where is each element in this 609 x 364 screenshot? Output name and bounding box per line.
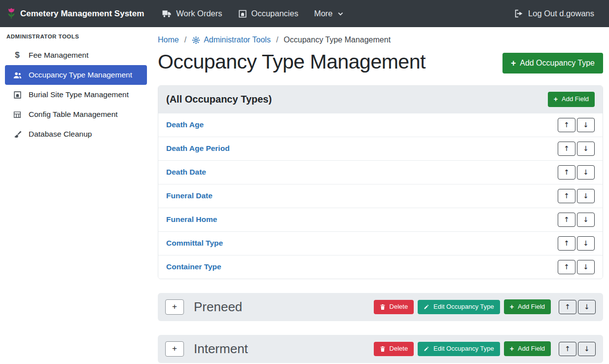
sidebar-item-label: Burial Site Type Management	[29, 90, 129, 99]
field-link[interactable]: Death Age	[166, 120, 204, 129]
all-occupancy-types-header: (All Occupancy Types) + Add Field	[158, 86, 603, 112]
logout-button[interactable]: Log Out d.gowans	[506, 0, 602, 27]
add-field-button-label: Add Field	[518, 345, 545, 353]
reorder-buttons: ↑ ↓	[558, 260, 595, 274]
edit-button-label: Edit Occupancy Type	[433, 303, 494, 311]
trash-icon	[380, 304, 386, 310]
nav-item-occupancies[interactable]: Occupancies	[230, 0, 306, 27]
nav-item-work-orders[interactable]: Work Orders	[154, 0, 230, 27]
add-occupancy-type-button[interactable]: + Add Occupancy Type	[502, 53, 603, 73]
move-down-button[interactable]: ↓	[577, 236, 595, 251]
add-occupancy-type-label: Add Occupancy Type	[520, 59, 595, 68]
chevron-down-icon	[337, 11, 344, 16]
field-row: Funeral Date ↑ ↓	[158, 184, 603, 208]
sidebar-item-fee-management[interactable]: $ Fee Management	[5, 45, 147, 65]
move-down-button[interactable]: ↓	[578, 300, 596, 314]
add-field-button[interactable]: + Add Field	[548, 92, 595, 107]
tulip-logo-icon	[7, 7, 16, 20]
move-up-button[interactable]: ↑	[558, 260, 575, 274]
nav-label: Occupancies	[251, 9, 298, 18]
nav-label: Work Orders	[176, 9, 222, 18]
move-up-button[interactable]: ↑	[559, 342, 576, 356]
brand-link[interactable]: Cemetery Management System	[7, 7, 144, 20]
breadcrumb-current: Occupancy Type Management	[284, 36, 391, 44]
move-up-button[interactable]: ↑	[558, 165, 575, 180]
move-down-button[interactable]: ↓	[577, 260, 595, 274]
reorder-buttons: ↑ ↓	[558, 189, 595, 203]
occupancy-type-title: Preneed	[194, 299, 374, 315]
breadcrumb-admin-tools-link[interactable]: Administrator Tools	[192, 36, 271, 44]
truck-icon	[162, 9, 172, 18]
breadcrumb-separator: /	[184, 36, 186, 44]
sidebar-item-label: Config Table Management	[29, 110, 118, 119]
dollar-icon: $	[12, 50, 22, 60]
broom-icon	[12, 130, 22, 139]
reorder-buttons: ↑ ↓	[559, 300, 596, 314]
sidebar-item-label: Fee Management	[29, 51, 89, 60]
nav-item-more[interactable]: More	[306, 0, 352, 27]
edit-occupancy-type-button[interactable]: Edit Occupancy Type	[418, 342, 500, 356]
panel-actions: Delete Edit Occupancy Type + Add Field ↑…	[374, 299, 596, 314]
sidebar-heading: Administrator Tools	[0, 34, 152, 45]
field-link[interactable]: Death Date	[166, 168, 206, 177]
all-occupancy-types-card: (All Occupancy Types) + Add Field Death …	[158, 85, 603, 279]
logout-icon	[514, 9, 524, 18]
reorder-buttons: ↑ ↓	[558, 165, 595, 180]
delete-button[interactable]: Delete	[374, 300, 414, 314]
edit-occupancy-type-button[interactable]: Edit Occupancy Type	[418, 300, 500, 314]
panel-actions: Delete Edit Occupancy Type + Add Field ↑…	[374, 341, 596, 356]
expand-button[interactable]: +	[165, 341, 184, 357]
field-row: Death Date ↑ ↓	[158, 160, 603, 184]
field-row: Death Age ↑ ↓	[158, 113, 603, 137]
plus-icon: +	[510, 345, 514, 353]
plus-icon: +	[554, 95, 558, 103]
move-down-button[interactable]: ↓	[578, 342, 596, 356]
delete-button-label: Delete	[390, 345, 408, 353]
pencil-icon	[424, 304, 430, 310]
sidebar-item-label: Database Cleanup	[29, 130, 92, 139]
delete-button[interactable]: Delete	[374, 342, 414, 356]
headstone-frame-icon	[12, 91, 22, 99]
field-link[interactable]: Death Age Period	[166, 144, 230, 153]
move-up-button[interactable]: ↑	[558, 189, 575, 203]
reorder-buttons: ↑ ↓	[558, 236, 595, 251]
main-content: Home / Administrator Tools / Occupancy T…	[152, 27, 609, 364]
add-field-button[interactable]: + Add Field	[504, 341, 551, 356]
field-link[interactable]: Funeral Date	[166, 191, 213, 200]
reorder-buttons: ↑ ↓	[558, 213, 595, 227]
breadcrumb-home-link[interactable]: Home	[158, 36, 179, 44]
move-down-button[interactable]: ↓	[577, 189, 595, 203]
sidebar-item-database-cleanup[interactable]: Database Cleanup	[5, 124, 147, 144]
trash-icon	[380, 346, 386, 352]
field-row: Death Age Period ↑ ↓	[158, 137, 603, 160]
users-icon	[12, 71, 22, 79]
add-field-button[interactable]: + Add Field	[504, 299, 551, 314]
reorder-buttons: ↑ ↓	[558, 142, 595, 156]
field-link[interactable]: Funeral Home	[166, 215, 217, 224]
add-field-button-label: Add Field	[518, 303, 545, 311]
move-down-button[interactable]: ↓	[577, 142, 595, 156]
sidebar-item-label: Occupancy Type Management	[29, 71, 132, 79]
move-down-button[interactable]: ↓	[577, 118, 595, 132]
move-up-button[interactable]: ↑	[558, 118, 575, 132]
expand-button[interactable]: +	[165, 299, 184, 315]
occupancy-type-panel: + Preneed Delete Edit Occupancy Type	[158, 293, 603, 321]
move-up-button[interactable]: ↑	[558, 213, 575, 227]
move-up-button[interactable]: ↑	[558, 236, 575, 251]
move-up-button[interactable]: ↑	[559, 300, 576, 314]
move-down-button[interactable]: ↓	[577, 165, 595, 180]
move-down-button[interactable]: ↓	[577, 213, 595, 227]
top-navbar: Cemetery Management System Work Orders O…	[0, 0, 609, 27]
breadcrumb-label: Administrator Tools	[204, 36, 271, 44]
move-up-button[interactable]: ↑	[558, 142, 575, 156]
field-link[interactable]: Committal Type	[166, 239, 223, 248]
logout-label: Log Out d.gowans	[528, 9, 594, 18]
field-row: Container Type ↑ ↓	[158, 255, 603, 279]
add-field-label: Add Field	[562, 96, 589, 103]
page-title: Occupancy Type Management	[158, 50, 426, 73]
sidebar-item-config-table-management[interactable]: Config Table Management	[5, 105, 147, 124]
brand-title: Cemetery Management System	[20, 9, 144, 19]
sidebar-item-burial-site-type-management[interactable]: Burial Site Type Management	[5, 85, 147, 105]
field-link[interactable]: Container Type	[166, 262, 221, 271]
sidebar-item-occupancy-type-management[interactable]: Occupancy Type Management	[5, 65, 147, 85]
